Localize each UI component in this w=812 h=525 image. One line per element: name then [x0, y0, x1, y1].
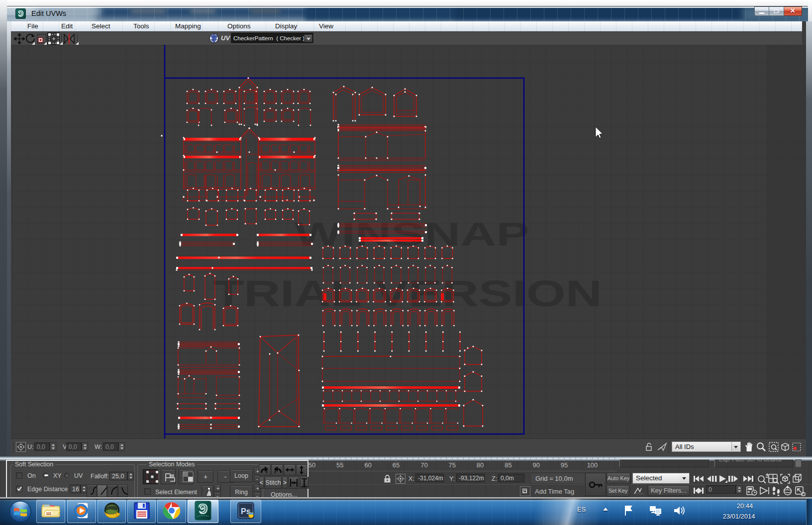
- svg-text:55: 55: [336, 461, 343, 469]
- svg-text:60: 60: [364, 461, 371, 469]
- svg-text:WINSNAP: WINSNAP: [295, 216, 529, 253]
- svg-text:65: 65: [393, 461, 400, 469]
- svg-text:90: 90: [533, 461, 540, 469]
- svg-text:75: 75: [449, 461, 456, 469]
- svg-text:85: 85: [505, 461, 511, 469]
- svg-text:50: 50: [308, 461, 315, 469]
- svg-text:80: 80: [477, 461, 484, 469]
- svg-text:70: 70: [420, 461, 427, 469]
- svg-text:95: 95: [561, 461, 568, 469]
- svg-text:100: 100: [587, 461, 598, 469]
